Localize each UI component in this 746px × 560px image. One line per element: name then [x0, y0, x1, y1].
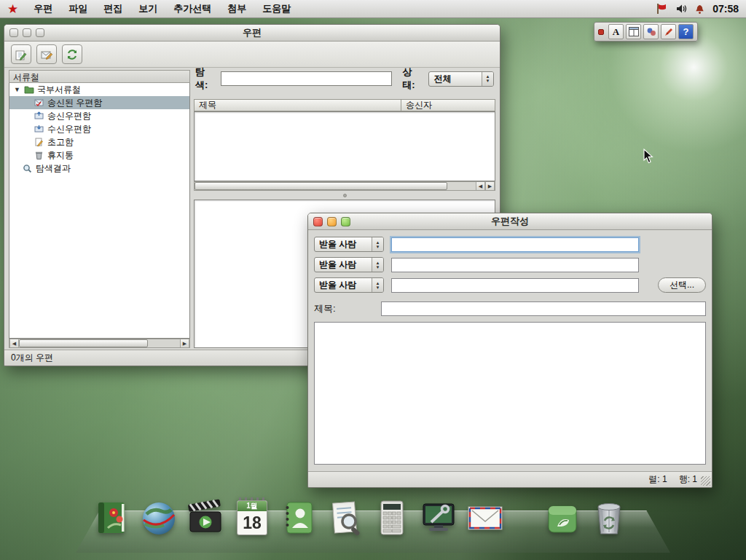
zoom-button[interactable] [36, 28, 44, 37]
tree-item-outbox[interactable]: 송신우편함 [9, 109, 189, 122]
tree-item-drafts[interactable]: 초고함 [9, 135, 189, 149]
paint-tool-icon[interactable] [643, 24, 659, 39]
sidebar-horizontal-scrollbar[interactable]: ◀ ▶ [9, 339, 190, 348]
notification-icon[interactable] [694, 3, 706, 15]
column-subject[interactable]: 제목 [194, 99, 401, 111]
tree-item-trash[interactable]: 휴지통 [9, 149, 189, 162]
scrollbar-thumb[interactable] [19, 339, 148, 347]
disclosure-triangle-icon[interactable]: ▼ [14, 86, 21, 93]
menu-view[interactable]: 보기 [130, 0, 165, 17]
tree-item-search-results[interactable]: 탐색결과 [9, 162, 189, 175]
draw-tool-icon[interactable] [661, 24, 676, 39]
compose-statusbar: 렬: 1 행: 1 [308, 471, 712, 487]
window-title: 우편작성 [308, 215, 712, 228]
edit-mail-button[interactable] [36, 44, 57, 64]
split-view-icon[interactable] [626, 24, 641, 39]
menu-file[interactable]: 파일 [60, 0, 95, 17]
calculator-icon[interactable] [372, 497, 412, 538]
stepper-icon: ▲▼ [372, 278, 383, 292]
search-icon [23, 164, 33, 173]
tree-item-label: 초고함 [47, 136, 74, 149]
zoom-button[interactable] [341, 217, 350, 226]
scrollbar-thumb[interactable] [195, 182, 447, 190]
message-list-scrollbar[interactable]: ◀ ▶ [194, 181, 495, 191]
volume-icon[interactable] [675, 3, 687, 15]
red-star-logo[interactable]: ★ [7, 3, 18, 15]
status-dropdown[interactable]: 전체 ▲▼ [428, 71, 494, 87]
calendar-icon[interactable]: 1월 18 [232, 497, 272, 538]
scroll-right-arrow[interactable]: ▶ [180, 339, 189, 347]
system-tray: 07:58 [656, 3, 740, 15]
mail-icon[interactable] [465, 497, 506, 538]
status-dropdown-value: 전체 [429, 72, 482, 86]
menu-help[interactable]: 도움말 [254, 0, 299, 17]
recipient-input-3[interactable] [391, 278, 639, 293]
recipient-type-value: 받을 사람 [315, 258, 372, 272]
close-button[interactable] [313, 217, 323, 226]
menu-attach[interactable]: 첨부 [219, 0, 254, 17]
menu-options[interactable]: 추가선택 [165, 0, 219, 17]
tool-palette: A ? [594, 22, 698, 42]
menu-edit[interactable]: 편집 [95, 0, 130, 17]
window-title: 우편 [4, 26, 500, 39]
sent-mail-icon [34, 98, 44, 108]
tree-item-label: 송신된 우편함 [47, 97, 102, 109]
search-input[interactable] [221, 71, 392, 86]
help-icon[interactable]: ? [678, 24, 694, 39]
send-receive-button[interactable] [62, 44, 82, 64]
select-contacts-button[interactable]: 선택... [658, 277, 706, 293]
tree-item-inbox[interactable]: 수신우편함 [9, 122, 189, 135]
menu-mail[interactable]: 우편 [25, 0, 60, 17]
message-list[interactable] [194, 111, 495, 181]
web-browser-icon[interactable] [138, 497, 179, 538]
tree-item-sent[interactable]: 송신된 우편함 [9, 96, 189, 109]
minimize-button[interactable] [327, 217, 337, 226]
media-player-icon[interactable] [185, 497, 226, 538]
column-sender[interactable]: 송신자 [401, 99, 495, 111]
system-settings-icon[interactable] [418, 497, 459, 538]
folder-sidebar: 서류철 ▼ 국부서류철 송신된 우편함 [9, 70, 190, 348]
recipient-input-1[interactable] [391, 237, 639, 252]
recipient-type-dropdown[interactable]: 받을 사람 ▲▼ [314, 237, 384, 252]
package-manager-icon[interactable] [542, 497, 583, 538]
clock: 07:58 [712, 3, 739, 15]
close-button[interactable] [9, 28, 18, 37]
flag-icon[interactable] [656, 3, 668, 15]
menubar: ★ 우편 파일 편집 보기 추가선택 첨부 도움말 07:58 [0, 0, 746, 18]
recipient-row: 받을 사람 ▲▼ 선택... [314, 277, 706, 293]
scroll-left-arrow[interactable]: ◀ [476, 182, 485, 190]
recipient-type-value: 받을 사람 [315, 278, 372, 292]
contacts-icon[interactable] [278, 497, 319, 538]
recipient-row: 받을 사람 ▲▼ [314, 257, 706, 272]
scroll-left-arrow[interactable]: ◀ [9, 339, 19, 347]
message-table-header: 제목 송신자 [194, 99, 495, 111]
resize-grip[interactable] [701, 476, 710, 486]
tree-item-label: 수신우편함 [47, 123, 91, 135]
scroll-right-arrow[interactable]: ▶ [485, 182, 495, 190]
address-book-icon[interactable] [92, 497, 133, 538]
dock-trash-icon[interactable] [589, 497, 629, 538]
mail-titlebar[interactable]: 우편 [4, 25, 500, 42]
dock: 1월 18 [76, 484, 670, 559]
recipient-type-dropdown[interactable]: 받을 사람 ▲▼ [314, 277, 384, 293]
tree-root-local-folders[interactable]: ▼ 국부서류철 [9, 83, 189, 96]
notes-icon[interactable] [325, 497, 366, 538]
recipient-type-dropdown[interactable]: 받을 사람 ▲▼ [314, 257, 384, 272]
tree-item-label: 휴지통 [47, 149, 74, 162]
subject-row: 제목: [314, 301, 706, 316]
outbox-icon [34, 111, 44, 121]
subject-input[interactable] [381, 301, 706, 316]
text-tool-icon[interactable]: A [608, 24, 624, 39]
pane-splitter[interactable] [194, 192, 495, 199]
calendar-page: 1월 18 [237, 500, 267, 535]
sidebar-header: 서류철 [9, 70, 190, 83]
compose-mail-button[interactable] [11, 44, 31, 64]
palette-close-button[interactable] [598, 29, 604, 35]
calendar-month: 1월 [237, 501, 267, 511]
recipient-input-2[interactable] [391, 258, 639, 272]
compose-titlebar[interactable]: 우편작성 [308, 213, 712, 230]
message-body-input[interactable] [314, 322, 706, 465]
stepper-icon: ▲▼ [482, 72, 493, 86]
calendar-day: 18 [237, 511, 267, 535]
minimize-button[interactable] [23, 28, 31, 37]
